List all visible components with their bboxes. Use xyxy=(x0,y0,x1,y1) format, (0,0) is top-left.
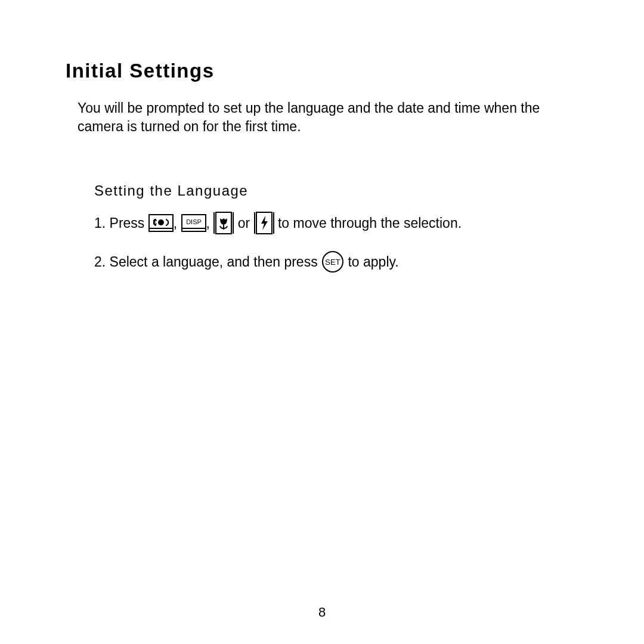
step-text: to apply. xyxy=(344,254,399,270)
disp-button-icon: DISP xyxy=(181,214,206,232)
set-button-icon: SET xyxy=(321,250,344,273)
flash-button-icon xyxy=(254,212,274,234)
manual-page: Initial Settings You will be prompted to… xyxy=(0,0,644,644)
focus-button-icon xyxy=(148,214,174,232)
page-number: 8 xyxy=(0,605,644,620)
step-2: 2. Select a language, and then press SET… xyxy=(94,251,578,274)
intro-paragraph: You will be prompted to set up the langu… xyxy=(78,99,578,136)
step-text: , xyxy=(206,215,214,231)
step-number: 1. xyxy=(94,215,106,231)
step-1: 1. Press , DISP , xyxy=(94,212,578,236)
step-text: Select a language, and then press xyxy=(110,254,321,270)
page-heading: Initial Settings xyxy=(66,60,578,82)
svg-marker-16 xyxy=(261,216,268,230)
section-subheading: Setting the Language xyxy=(94,182,578,199)
svg-point-2 xyxy=(158,219,164,225)
step-text: , xyxy=(174,215,181,231)
step-text: or xyxy=(234,215,253,231)
step-text: to move through the selection. xyxy=(274,215,462,231)
step-text: Press xyxy=(110,215,148,231)
disp-label: DISP xyxy=(186,218,202,225)
macro-button-icon xyxy=(213,212,234,234)
set-label: SET xyxy=(325,258,340,267)
step-number: 2. xyxy=(94,254,106,270)
